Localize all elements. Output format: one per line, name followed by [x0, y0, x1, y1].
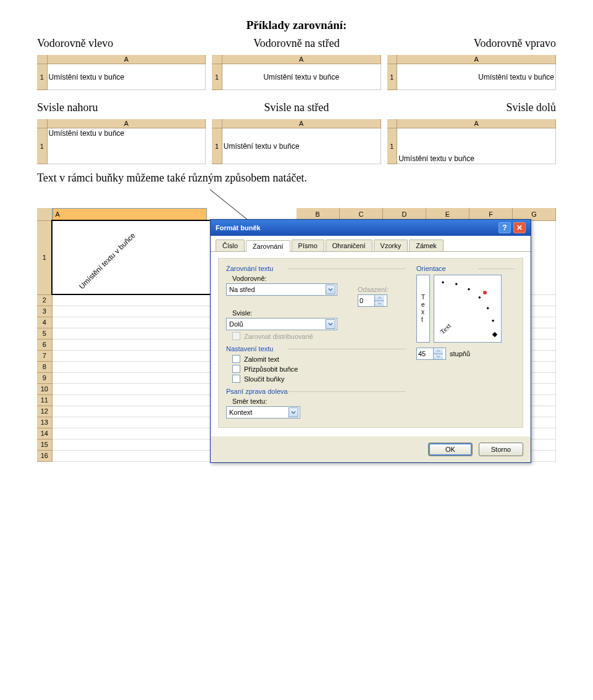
row-header[interactable]: 3 — [37, 306, 52, 317]
caption-v-top: Svisle nahoru — [37, 101, 206, 114]
row-header[interactable]: 4 — [37, 317, 52, 328]
chevron-down-icon — [326, 319, 335, 329]
chevron-down-icon — [326, 285, 335, 294]
caption-h-center: Vodorovně na střed — [212, 37, 381, 50]
select-horizontal[interactable]: Na střed — [226, 283, 337, 296]
svg-rect-2 — [492, 319, 494, 322]
svg-line-9 — [454, 295, 480, 321]
help-button[interactable]: ? — [498, 222, 511, 233]
svg-point-10 — [483, 291, 487, 294]
row-header[interactable]: 2 — [37, 294, 52, 306]
col-header[interactable]: B — [296, 208, 340, 220]
svg-rect-5 — [468, 288, 470, 290]
col-header[interactable]: E — [426, 208, 469, 220]
col-header[interactable]: F — [469, 208, 513, 220]
select-direction-value: Kontext — [229, 409, 252, 416]
close-button[interactable]: ✕ — [513, 222, 526, 233]
mini-excel-v-top: A 1 Umístění textu v buňce — [37, 119, 206, 164]
spin-degrees[interactable] — [416, 348, 446, 360]
group-rtl: Psaní zprava doleva — [226, 388, 405, 395]
tab-zámek[interactable]: Zámek — [409, 240, 444, 251]
select-vertical-value: Dolů — [229, 320, 243, 328]
checkbox-distribute: Zarovnat distribuovaně — [232, 332, 405, 340]
mini-excel-h-right: A 1 Umístění textu v buňce — [387, 55, 556, 90]
col-header: A — [47, 119, 206, 128]
row-header[interactable]: 15 — [37, 439, 52, 450]
checkbox-shrink[interactable]: Přizpůsobit buňce — [232, 365, 405, 373]
col-header: A — [222, 55, 381, 64]
page-title: Příklady zarovnání: — [37, 19, 556, 32]
svg-rect-6 — [455, 283, 458, 285]
cancel-button[interactable]: Storno — [479, 443, 523, 456]
spin-indent[interactable] — [358, 294, 387, 307]
label-direction: Směr textu: — [232, 398, 405, 405]
col-header[interactable]: A — [53, 208, 207, 220]
ok-button[interactable]: OK — [428, 443, 473, 456]
row-header[interactable]: 13 — [37, 417, 52, 428]
row-header[interactable]: 5 — [37, 328, 52, 339]
checkbox-merge[interactable]: Sloučit buňky — [232, 375, 405, 383]
label-indent: Odsazení: — [358, 286, 389, 293]
svg-rect-4 — [478, 296, 481, 299]
caption-v-middle: Svisle na střed — [212, 101, 381, 114]
chevron-down-icon[interactable] — [433, 354, 443, 360]
row-header[interactable]: 12 — [37, 406, 52, 417]
tab-písmo[interactable]: Písmo — [292, 240, 324, 251]
row-header[interactable]: 14 — [37, 428, 52, 439]
row-header[interactable]: 10 — [37, 383, 52, 394]
orientation-dial[interactable]: Text — [434, 275, 502, 343]
group-text-settings: Nastavení textu — [226, 345, 405, 352]
mini-excel-h-center: A 1 Umístění textu v buňce — [212, 55, 381, 90]
row-header[interactable]: 1 — [37, 220, 52, 294]
col-header[interactable]: C — [340, 208, 383, 220]
svg-rect-8 — [492, 332, 497, 337]
col-header: A — [222, 119, 381, 128]
svg-rect-3 — [487, 307, 489, 309]
dialog-titlebar[interactable]: Formát buněk ? ✕ — [211, 220, 531, 236]
col-header[interactable]: G — [513, 208, 556, 220]
col-header[interactable]: D — [383, 208, 426, 220]
mini-excel-v-middle: A 1 Umístění textu v buňce — [212, 119, 381, 164]
row-header[interactable]: 6 — [37, 339, 52, 350]
tab-ohraničení[interactable]: Ohraničení — [326, 240, 372, 251]
checkbox-shrink-label: Přizpůsobit buňce — [244, 365, 298, 373]
tab-vzorky[interactable]: Vzorky — [374, 240, 408, 251]
label-vertical: Svisle: — [232, 309, 405, 317]
checkbox-wrap-label: Zalomit text — [244, 356, 279, 363]
col-header: A — [397, 55, 556, 64]
tab-zarovnání[interactable]: Zarovnání — [246, 240, 290, 252]
chevron-up-icon[interactable] — [374, 295, 384, 301]
cell-a1: Umístění textu v buňce — [47, 64, 206, 90]
row-header: 1 — [37, 64, 47, 90]
select-vertical[interactable]: Dolů — [226, 318, 337, 330]
col-header: A — [47, 55, 206, 64]
chevron-down-icon[interactable] — [374, 301, 384, 307]
group-orientation: Orientace — [416, 265, 515, 272]
row-header[interactable]: 7 — [37, 350, 52, 361]
orientation-dial-label: Text — [439, 322, 452, 335]
chevron-up-icon[interactable] — [433, 348, 443, 354]
select-direction[interactable]: Kontext — [226, 406, 300, 419]
spin-indent-value[interactable] — [358, 297, 374, 304]
label-degrees: stupňů — [450, 350, 470, 357]
spin-degrees-value[interactable] — [417, 350, 433, 357]
cell-a1-text: Umístění textu v buňce — [77, 231, 137, 291]
caption-h-left: Vodorovně vlevo — [37, 37, 206, 50]
caption-h-right: Vodorovně vpravo — [387, 37, 556, 50]
chevron-down-icon — [288, 407, 298, 417]
cell-a1: Umístění textu v buňce — [397, 128, 556, 164]
orientation-vertical-button[interactable]: Text — [416, 275, 430, 343]
row-header[interactable]: 8 — [37, 361, 52, 372]
label-horizontal: Vodorovně: — [232, 275, 405, 282]
cell-a1: Umístění textu v buňce — [222, 64, 381, 90]
checkbox-merge-label: Sloučit buňky — [244, 375, 284, 383]
tab-číslo[interactable]: Číslo — [216, 240, 245, 251]
checkbox-wrap[interactable]: Zalomit text — [232, 355, 405, 363]
svg-rect-7 — [442, 281, 444, 283]
row-header[interactable]: 16 — [37, 450, 52, 461]
caption-v-bottom: Svisle dolů — [387, 101, 556, 114]
mini-excel-v-bottom: A 1 Umístění textu v buňce — [387, 119, 556, 164]
row-header[interactable]: 9 — [37, 372, 52, 383]
row-header[interactable]: 11 — [37, 394, 52, 406]
cell-a1: Umístění textu v buňce — [397, 64, 556, 90]
